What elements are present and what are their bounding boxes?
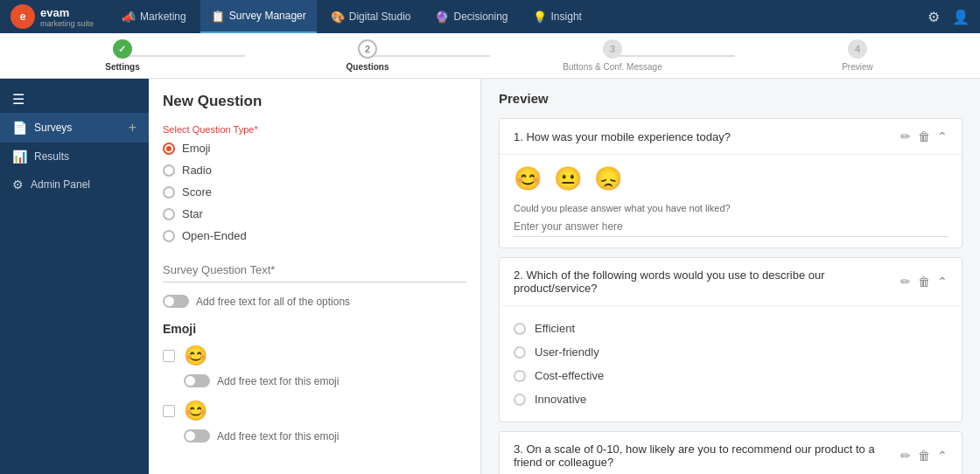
nav-marketing-label: Marketing xyxy=(140,10,186,23)
sidebar: ☰ 📄 Surveys + 📊 Results ⚙ Admin Panel xyxy=(0,79,149,474)
nav-insight-label: Insight xyxy=(551,10,582,23)
emoji-item-1: 😊 xyxy=(163,345,466,367)
emoji-checkbox-2[interactable] xyxy=(163,405,175,417)
question-card-3: 3. On a scale of 0-10, how likely are yo… xyxy=(499,431,962,474)
sidebar-item-results[interactable]: 📊 Results xyxy=(0,143,149,171)
step-settings[interactable]: ✓ Settings xyxy=(0,39,245,72)
surveys-icon: 📄 xyxy=(12,121,27,135)
preview-title: Preview xyxy=(499,91,962,106)
emoji-toggle-thumb-1 xyxy=(186,376,195,386)
answer-cost-effective-radio[interactable] xyxy=(514,370,526,382)
question-body-2: Efficient User-friendly Cost-effective I… xyxy=(500,306,962,422)
emoji-toggle-1: Add free text for this emoji xyxy=(184,374,466,387)
type-open-ended[interactable]: Open-Ended xyxy=(163,229,466,242)
admin-icon: ⚙ xyxy=(12,178,24,192)
step-buttons[interactable]: 3 Buttons & Conf. Message xyxy=(490,39,735,72)
step-buttons-wrap: 3 Buttons & Conf. Message xyxy=(563,39,662,72)
emoji-answer-neutral[interactable]: 😐 xyxy=(554,165,582,192)
survey-manager-icon: 📋 xyxy=(211,10,225,23)
delete-q1-button[interactable]: 🗑 xyxy=(918,129,930,143)
nav-marketing[interactable]: 📣 Marketing xyxy=(111,0,197,33)
question-card-2: 2. Which of the following words would yo… xyxy=(499,257,962,422)
step-buttons-circle: 3 xyxy=(603,39,622,59)
step-settings-circle: ✓ xyxy=(113,39,132,59)
nav-right: ⚙ 👤 xyxy=(928,9,970,25)
emoji-section-title: Emoji xyxy=(163,322,466,336)
nav-survey-manager[interactable]: 📋 Survey Manager xyxy=(200,0,317,33)
left-panel: New Question Select Question Type* Emoji… xyxy=(149,79,481,474)
answer-cost-effective-label: Cost-effective xyxy=(535,369,604,382)
type-emoji[interactable]: Emoji xyxy=(163,142,466,155)
delete-q3-button[interactable]: 🗑 xyxy=(918,449,930,463)
question-2-actions: ✏ 🗑 ⌃ xyxy=(900,275,948,289)
sidebar-item-admin[interactable]: ⚙ Admin Panel xyxy=(0,171,149,199)
user-icon[interactable]: 👤 xyxy=(952,9,970,25)
collapse-q2-button[interactable]: ⌃ xyxy=(937,275,948,289)
step-questions-circle: 2 xyxy=(358,39,377,59)
emoji-toggle-switch-2[interactable] xyxy=(184,429,210,443)
collapse-q3-button[interactable]: ⌃ xyxy=(937,449,948,463)
answer-innovative-radio[interactable] xyxy=(514,394,526,406)
toggle-all-label: Add free text for all of the options xyxy=(196,296,350,308)
type-radio[interactable]: Radio xyxy=(163,164,466,177)
emoji-toggle-label-2: Add free text for this emoji xyxy=(217,430,339,443)
step-preview-label: Preview xyxy=(842,62,873,72)
question-3-text: 3. On a scale of 0-10, how likely are yo… xyxy=(514,443,893,469)
step-preview[interactable]: 4 Preview xyxy=(735,39,980,72)
type-score[interactable]: Score xyxy=(163,185,466,199)
nav-digital-studio-label: Digital Studio xyxy=(349,10,411,23)
hamburger-icon[interactable]: ☰ xyxy=(0,86,149,113)
type-radio-label: Radio xyxy=(182,164,212,177)
type-star-label: Star xyxy=(182,207,203,220)
question-header-1: 1. How was your mobile experience today?… xyxy=(500,119,962,155)
add-survey-button[interactable]: + xyxy=(129,120,136,136)
new-question-title: New Question xyxy=(163,93,466,110)
type-open-ended-radio[interactable] xyxy=(163,230,175,242)
emoji-toggle-label-1: Add free text for this emoji xyxy=(217,375,339,387)
delete-q2-button[interactable]: 🗑 xyxy=(918,275,930,289)
type-star[interactable]: Star xyxy=(163,207,466,220)
emoji-toggle-switch-1[interactable] xyxy=(184,374,210,387)
settings-icon[interactable]: ⚙ xyxy=(928,9,940,25)
type-emoji-radio[interactable] xyxy=(163,143,175,155)
nav-survey-manager-label: Survey Manager xyxy=(229,10,306,22)
emoji-answer-happy[interactable]: 😊 xyxy=(514,165,542,192)
type-star-radio[interactable] xyxy=(163,208,175,220)
question-1-text: 1. How was your mobile experience today? xyxy=(514,130,893,143)
nav-decisioning[interactable]: 🔮 Decisioning xyxy=(424,0,518,33)
answer-efficient-radio[interactable] xyxy=(514,323,526,335)
toggle-all-thumb xyxy=(164,296,174,306)
toggle-all-switch[interactable] xyxy=(163,295,189,308)
nav-insight[interactable]: 💡 Insight xyxy=(522,0,592,33)
type-radio-radio[interactable] xyxy=(163,164,175,177)
follow-up-input-1[interactable] xyxy=(514,217,948,237)
sidebar-item-surveys[interactable]: 📄 Surveys + xyxy=(0,113,149,143)
type-score-label: Score xyxy=(182,185,212,199)
answer-innovative-label: Innovative xyxy=(535,393,586,406)
logo-text: evam xyxy=(40,6,94,19)
decisioning-icon: 🔮 xyxy=(435,10,449,24)
digital-studio-icon: 🎨 xyxy=(331,10,345,24)
answer-cost-effective[interactable]: Cost-effective xyxy=(514,364,948,387)
emoji-answer-sad[interactable]: 😞 xyxy=(594,165,622,192)
answer-user-friendly[interactable]: User-friendly xyxy=(514,340,948,364)
edit-q1-button[interactable]: ✏ xyxy=(900,129,911,143)
type-score-radio[interactable] xyxy=(163,186,175,199)
nav-decisioning-label: Decisioning xyxy=(453,10,508,23)
emoji-checkbox-1[interactable] xyxy=(163,350,175,362)
emoji-1: 😊 xyxy=(184,345,207,367)
question-body-1: 😊 😐 😞 Could you please answer what you h… xyxy=(500,155,962,247)
emoji-answers-1: 😊 😐 😞 xyxy=(514,165,948,192)
edit-q3-button[interactable]: ✏ xyxy=(900,449,911,463)
answer-efficient[interactable]: Efficient xyxy=(514,317,948,340)
collapse-q1-button[interactable]: ⌃ xyxy=(937,129,948,143)
nav-digital-studio[interactable]: 🎨 Digital Studio xyxy=(320,0,422,33)
question-card-1: 1. How was your mobile experience today?… xyxy=(499,118,962,248)
logo-icon: e xyxy=(10,4,35,29)
question-type-label: Select Question Type* xyxy=(163,124,466,135)
answer-innovative[interactable]: Innovative xyxy=(514,387,948,411)
answer-user-friendly-radio[interactable] xyxy=(514,346,526,359)
survey-question-input[interactable] xyxy=(163,258,466,282)
edit-q2-button[interactable]: ✏ xyxy=(900,275,911,289)
step-questions[interactable]: 2 Questions xyxy=(245,39,490,72)
